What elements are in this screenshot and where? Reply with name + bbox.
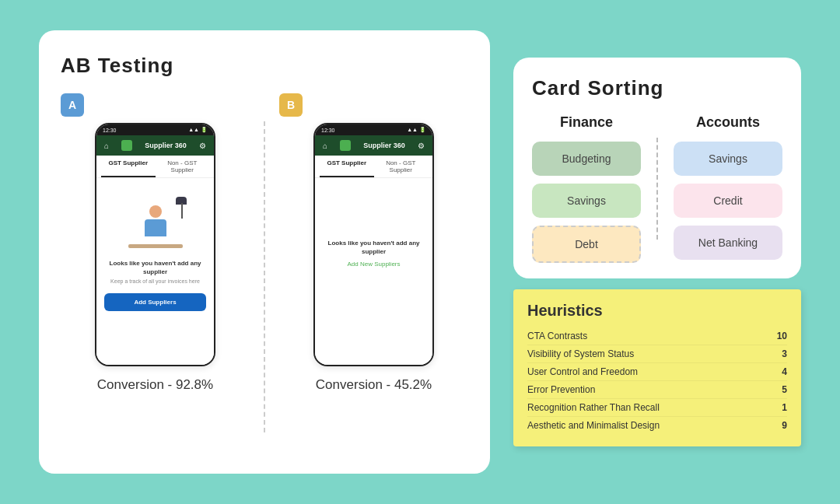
badge-a: A xyxy=(61,93,84,117)
phone-a-body: Looks like you haven't add any supplier … xyxy=(96,178,214,365)
phone-a-status: 12:30 ▲▲ 🔋 xyxy=(96,124,214,135)
heuristic-label: Recognition Rather Than Recall xyxy=(527,402,660,413)
tab-gst-b[interactable]: GST Supplier xyxy=(320,156,374,177)
illustration-a xyxy=(124,194,187,248)
card-sorting-grid: Finance Budgeting Savings Debt Accounts … xyxy=(532,114,782,263)
variant-a: A 12:30 ▲▲ 🔋 ⌂ Supplier 360 ⚙ GST Suppli… xyxy=(61,93,250,393)
heuristic-row: CTA Contrasts 10 xyxy=(527,327,787,345)
heuristic-row: User Control and Freedom 4 xyxy=(527,363,787,381)
nav-title-b: Supplier 360 xyxy=(363,142,405,149)
status-icons-b: ▲▲ 🔋 xyxy=(407,127,426,133)
heuristic-label: User Control and Freedom xyxy=(527,366,638,377)
finance-header: Finance xyxy=(532,114,641,131)
right-panel: Card Sorting Finance Budgeting Savings D… xyxy=(513,58,801,446)
home-icon-a: ⌂ xyxy=(104,142,109,150)
accounts-header: Accounts xyxy=(674,114,782,131)
ab-divider xyxy=(264,121,265,432)
add-suppliers-btn-a[interactable]: Add Suppliers xyxy=(104,293,206,311)
ab-testing-title: AB Testing xyxy=(61,54,468,78)
home-icon-b: ⌂ xyxy=(323,142,327,150)
heuristic-value: 4 xyxy=(782,366,787,377)
conversion-b: Conversion - 45.2% xyxy=(316,377,432,393)
heuristic-label: Visibility of System Status xyxy=(527,348,634,359)
tab-non-gst-b[interactable]: Non - GST Supplier xyxy=(374,156,429,177)
card-debt[interactable]: Debt xyxy=(532,226,641,263)
nav-icon-b xyxy=(340,140,351,151)
conversion-a: Conversion - 92.8% xyxy=(97,377,213,393)
variant-b: B 12:30 ▲▲ 🔋 ⌂ Supplier 360 ⚙ GST Suppli… xyxy=(279,93,468,393)
card-savings-finance[interactable]: Savings xyxy=(532,184,641,218)
heuristics-title: Heuristics xyxy=(527,302,787,320)
heuristic-value: 3 xyxy=(782,348,787,359)
heuristic-row: Recognition Rather Than Recall 1 xyxy=(527,399,787,417)
empty-sub-a: Keep a track of all your invoices here xyxy=(110,278,200,284)
card-sorting-divider xyxy=(656,138,658,240)
phone-b-status: 12:30 ▲▲ 🔋 xyxy=(315,124,432,135)
accounts-column: Accounts Savings Credit Net Banking xyxy=(674,114,782,263)
phone-b-tabs: GST Supplier Non - GST Supplier xyxy=(315,156,432,178)
status-icons-a: ▲▲ 🔋 xyxy=(188,127,208,133)
card-budgeting[interactable]: Budgeting xyxy=(532,142,641,176)
heuristic-label: CTA Contrasts xyxy=(527,331,587,341)
settings-icon-b: ⚙ xyxy=(418,142,425,150)
tab-gst-a[interactable]: GST Supplier xyxy=(101,156,156,177)
finance-column: Finance Budgeting Savings Debt xyxy=(532,114,641,263)
card-credit[interactable]: Credit xyxy=(674,184,782,218)
card-savings-accounts[interactable]: Savings xyxy=(674,142,782,176)
settings-icon-a: ⚙ xyxy=(199,142,206,150)
heuristic-value: 5 xyxy=(782,384,787,395)
phone-b: 12:30 ▲▲ 🔋 ⌂ Supplier 360 ⚙ GST Supplier… xyxy=(313,123,434,366)
phone-a-tabs: GST Supplier Non - GST Supplier xyxy=(96,156,214,178)
heuristic-value: 10 xyxy=(777,331,787,341)
card-sorting-title: Card Sorting xyxy=(532,76,782,100)
card-sorting-panel: Card Sorting Finance Budgeting Savings D… xyxy=(513,58,801,278)
status-time-b: 12:30 xyxy=(321,128,335,133)
heuristic-label: Error Prevention xyxy=(527,384,595,395)
heuristics-list: CTA Contrasts 10 Visibility of System St… xyxy=(527,327,787,434)
heuristic-value: 1 xyxy=(782,402,787,413)
ab-container: A 12:30 ▲▲ 🔋 ⌂ Supplier 360 ⚙ GST Suppli… xyxy=(61,93,468,432)
heuristic-row: Visibility of System Status 3 xyxy=(527,345,787,363)
heuristic-row: Aesthetic and Minimalist Design 9 xyxy=(527,417,787,434)
card-net-banking[interactable]: Net Banking xyxy=(674,226,782,260)
heuristic-label: Aesthetic and Minimalist Design xyxy=(527,420,660,431)
empty-title-b: Looks like you haven't add any supplier xyxy=(323,239,425,256)
ab-testing-panel: AB Testing A 12:30 ▲▲ 🔋 ⌂ Supplier 360 ⚙… xyxy=(39,30,490,474)
nav-title-a: Supplier 360 xyxy=(145,142,187,149)
heuristic-row: Error Prevention 5 xyxy=(527,381,787,399)
phone-a: 12:30 ▲▲ 🔋 ⌂ Supplier 360 ⚙ GST Supplier… xyxy=(95,123,215,366)
badge-b: B xyxy=(279,93,303,117)
heuristics-panel: Heuristics CTA Contrasts 10 Visibility o… xyxy=(513,289,801,446)
phone-b-nav: ⌂ Supplier 360 ⚙ xyxy=(315,135,432,156)
status-time-a: 12:30 xyxy=(103,128,117,133)
nav-icon-a xyxy=(121,140,132,151)
empty-title-a: Looks like you haven't add any supplier xyxy=(104,259,206,276)
phone-b-body: Looks like you haven't add any supplier … xyxy=(315,178,432,365)
tab-non-gst-a[interactable]: Non - GST Supplier xyxy=(156,156,210,177)
heuristic-value: 9 xyxy=(782,420,787,431)
phone-a-nav: ⌂ Supplier 360 ⚙ xyxy=(96,135,214,156)
add-link-b[interactable]: Add New Suppliers xyxy=(347,261,400,268)
